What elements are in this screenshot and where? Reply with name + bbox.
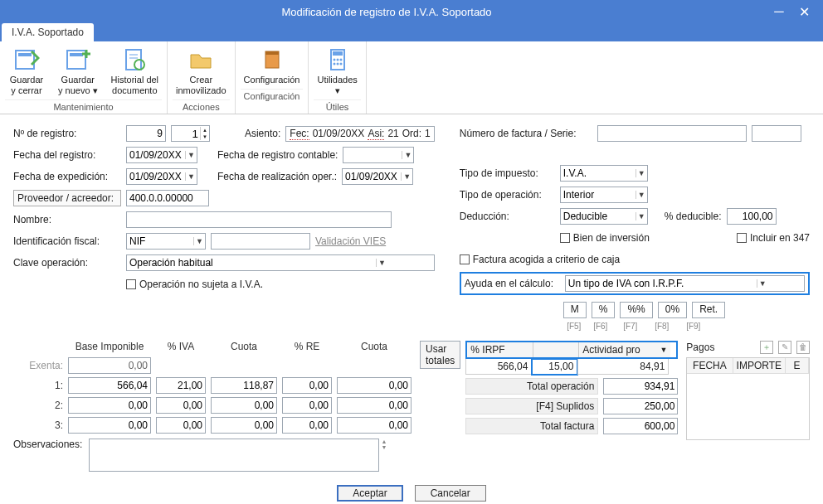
historial-button[interactable]: Historial del documento xyxy=(108,45,162,98)
chevron-down-icon[interactable]: ▼ xyxy=(376,259,387,267)
validacion-vies-link[interactable]: Validación VIES xyxy=(315,235,386,247)
guardar-cerrar-button[interactable]: Guardar y cerrar xyxy=(5,45,48,98)
total-factura-input[interactable] xyxy=(603,418,678,434)
fecha-real-oper-input[interactable]: ▼ xyxy=(342,168,413,185)
chevron-down-icon[interactable]: ▼ xyxy=(402,151,413,159)
bien-inversion-checkbox[interactable]: Bien de inversión xyxy=(560,232,650,244)
proveedor-input[interactable] xyxy=(126,190,209,206)
r2-cuota2[interactable] xyxy=(337,397,412,414)
chevron-down-icon[interactable]: ▼ xyxy=(185,151,197,159)
incluir-347-checkbox[interactable]: Incluir en 347 xyxy=(737,232,810,244)
nregistro-spinner[interactable]: ▲▼ xyxy=(171,125,210,142)
chevron-down-icon[interactable]: ▼ xyxy=(193,237,205,245)
cancelar-button[interactable]: Cancelar xyxy=(415,485,486,502)
factura-caja-checkbox[interactable]: Factura acogida a criterio de caja xyxy=(460,254,620,265)
ribbon: Guardar y cerrar Guardar y nuevo ▾ Histo… xyxy=(0,41,823,114)
claveop-select[interactable]: ▼ xyxy=(126,254,435,271)
pago-add-icon[interactable]: ＋ xyxy=(760,341,773,354)
pagos-col-fecha: FECHA xyxy=(687,358,733,374)
r2-pctre[interactable] xyxy=(282,397,332,414)
r1-pctiva[interactable] xyxy=(156,377,206,394)
serie-input[interactable] xyxy=(752,125,801,142)
total-operacion-input[interactable] xyxy=(603,378,678,395)
chevron-down-icon[interactable]: ▼ xyxy=(636,212,647,220)
r3-cuota[interactable] xyxy=(211,417,277,434)
suplidos-label[interactable]: [F4] Suplidos xyxy=(465,398,598,414)
calc-pctpct-button[interactable]: %% xyxy=(620,302,652,318)
chevron-down-icon[interactable]: ▼ xyxy=(185,172,197,181)
no-sujeta-checkbox[interactable]: Operación no sujeta a I.V.A. xyxy=(126,279,263,290)
row3-label: 3: xyxy=(13,419,63,431)
r1-pctre[interactable] xyxy=(282,377,332,394)
close-button[interactable]: ✕ xyxy=(791,4,816,20)
calc-pct-button[interactable]: % xyxy=(592,302,616,318)
r3-pctiva[interactable] xyxy=(156,417,206,434)
r1-base[interactable] xyxy=(68,377,151,394)
r2-cuota[interactable] xyxy=(211,397,277,414)
fecha-registro-input[interactable]: ▼ xyxy=(126,147,197,163)
pct-irpf-header: % IRPF xyxy=(467,342,533,357)
obs-up-icon[interactable]: ▲ xyxy=(381,439,387,444)
r2-pctiva[interactable] xyxy=(156,397,206,414)
save-close-icon xyxy=(13,46,40,73)
calc-m-button[interactable]: M xyxy=(563,302,587,318)
spin-down-icon[interactable]: ▼ xyxy=(201,133,209,140)
calc-ret-button[interactable]: Ret. xyxy=(692,302,725,318)
nregistro-input[interactable] xyxy=(126,125,166,142)
tab-iva-soportado[interactable]: I.V.A. Soportado xyxy=(2,23,94,41)
idfiscal-label: Identificación fiscal: xyxy=(13,235,121,247)
r1-cuota[interactable] xyxy=(211,377,277,394)
minimize-button[interactable]: ─ xyxy=(767,4,791,19)
chevron-down-icon[interactable]: ▼ xyxy=(636,169,647,177)
chevron-down-icon[interactable]: ▼ xyxy=(757,279,768,288)
utilidades-button[interactable]: Utilidades ▾ xyxy=(314,45,360,98)
pagos-title: Pagos xyxy=(686,342,714,353)
svg-point-13 xyxy=(336,59,338,61)
idfiscal-num-input[interactable] xyxy=(211,233,310,250)
pago-del-icon[interactable]: 🗑 xyxy=(796,341,810,354)
fecha-reg-contable-label: Fecha de registro contable: xyxy=(217,149,338,161)
configuracion-button[interactable]: Configuración xyxy=(241,45,304,87)
irpf-pct[interactable]: 15,00 xyxy=(532,359,577,375)
numfactura-input[interactable] xyxy=(597,125,747,142)
r1-cuota2[interactable] xyxy=(337,377,412,394)
obs-textarea[interactable] xyxy=(89,439,379,472)
svg-point-14 xyxy=(339,59,342,61)
pct-deducible-input[interactable] xyxy=(727,208,777,225)
deduccion-select[interactable]: ▼ xyxy=(560,208,648,225)
svg-point-17 xyxy=(339,63,342,65)
spin-up-icon[interactable]: ▲ xyxy=(201,127,209,133)
fecha-reg-contable-input[interactable]: ▼ xyxy=(343,147,414,163)
ayuda-calc-select[interactable]: ▼ xyxy=(565,275,805,292)
r3-pctre[interactable] xyxy=(282,417,332,434)
left-column: Nº de registro: ▲▼ Asiento: Fec:01/09/20… xyxy=(13,124,435,331)
guardar-nuevo-button[interactable]: Guardar y nuevo ▾ xyxy=(55,45,101,98)
calc-0pct-button[interactable]: 0% xyxy=(658,302,687,318)
footer-buttons: Aceptar Cancelar xyxy=(13,485,810,504)
irpf-base[interactable]: 566,04 xyxy=(465,359,532,375)
fecha-expedicion-input[interactable]: ▼ xyxy=(126,168,197,185)
window-title: Modificación de registro de I.V.A. Sopor… xyxy=(7,6,767,18)
tipoimp-label: Tipo de impuesto: xyxy=(460,167,555,179)
pago-edit-icon[interactable]: ✎ xyxy=(778,341,791,354)
chevron-down-icon[interactable]: ▼ xyxy=(636,191,647,199)
col-pctiva: % IVA xyxy=(156,341,206,354)
chevron-down-icon[interactable]: ▼ xyxy=(401,172,412,181)
r2-base[interactable] xyxy=(68,397,151,414)
chevron-down-icon[interactable]: ▼ xyxy=(660,346,667,354)
idfiscal-tipo-select[interactable]: ▼ xyxy=(126,233,206,250)
irpf-importe[interactable]: 84,91 xyxy=(577,359,669,375)
r3-cuota2[interactable] xyxy=(337,417,412,434)
nombre-input[interactable] xyxy=(126,211,392,228)
tipoop-select[interactable]: ▼ xyxy=(560,187,648,203)
usar-totales-button[interactable]: Usar totales xyxy=(420,341,460,369)
crear-inmovilizado-button[interactable]: Crear inmovilizado xyxy=(173,45,230,98)
svg-rect-1 xyxy=(18,53,32,56)
obs-down-icon[interactable]: ▼ xyxy=(381,444,387,450)
r3-base[interactable] xyxy=(68,417,151,434)
actividad-header[interactable]: Actividad pro▼ xyxy=(579,342,670,357)
tipoimp-select[interactable]: ▼ xyxy=(560,165,648,182)
ribbon-group-acciones: Crear inmovilizado Acciones xyxy=(168,41,236,114)
suplidos-input[interactable] xyxy=(603,398,678,414)
aceptar-button[interactable]: Aceptar xyxy=(337,485,402,502)
